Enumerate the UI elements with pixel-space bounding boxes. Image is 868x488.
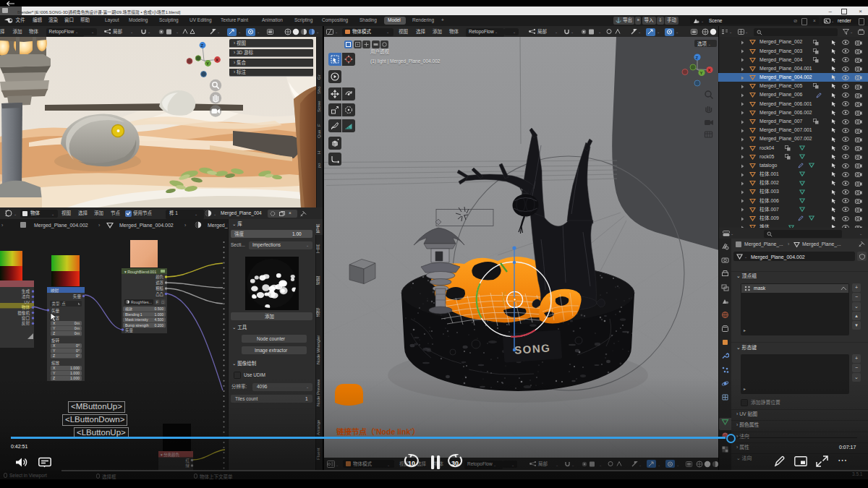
svg-text:X: X [53, 343, 56, 348]
svg-text:4.500: 4.500 [154, 317, 163, 322]
svg-text:生成: 生成 [22, 288, 30, 294]
svg-text:遮罩: 遮罩 [156, 280, 163, 286]
svg-text:1.000: 1.000 [70, 376, 80, 380]
svg-text:绿: 绿 [186, 463, 190, 468]
svg-text:UV: UV [24, 300, 30, 304]
svg-text:X: X [707, 68, 710, 72]
svg-text:Y: Y [699, 71, 702, 75]
svg-text:0m: 0m [75, 331, 80, 335]
svg-text:X: X [53, 321, 56, 325]
svg-text:Z: Z [53, 331, 55, 335]
svg-text:10: 10 [408, 460, 415, 467]
svg-text:F: F [156, 300, 158, 304]
svg-text:红: 红 [186, 458, 190, 463]
svg-text:Mask intensity: Mask intensity [125, 317, 148, 322]
svg-text:30: 30 [451, 460, 459, 467]
svg-text:映射: 映射 [51, 288, 59, 294]
svg-text:Blending 1: Blending 1 [125, 312, 142, 317]
svg-text:矢量: 矢量 [125, 328, 133, 333]
svg-text:物体: 物体 [22, 304, 30, 310]
svg-text:0°: 0° [76, 348, 80, 353]
svg-text:RoughNes...: RoughNes... [131, 300, 152, 304]
svg-text:旋转: 旋转 [51, 338, 60, 343]
svg-text:Y: Y [206, 61, 209, 66]
svg-text:1.000: 1.000 [70, 371, 80, 375]
svg-text:Z: Z [695, 55, 698, 59]
svg-text:Z: Z [53, 376, 55, 380]
svg-text:反射: 反射 [22, 320, 30, 326]
svg-text:Z: Z [53, 354, 55, 358]
svg-text:0.500: 0.500 [154, 307, 163, 311]
svg-text:SONG: SONG [514, 341, 551, 356]
svg-text:X: X [53, 366, 56, 370]
svg-text:Y: Y [53, 348, 56, 353]
svg-text:X: X [216, 58, 218, 62]
svg-text:0m: 0m [75, 326, 80, 330]
svg-text:类型: 点: 类型: 点 [52, 301, 67, 307]
svg-text:缩放: 缩放 [125, 307, 132, 312]
svg-text:凸凸: 凸凸 [156, 292, 163, 297]
svg-text:▾ RoughBlend.001: ▾ RoughBlend.001 [124, 270, 156, 274]
svg-text:1.000: 1.000 [70, 366, 80, 370]
svg-text:矢量: 矢量 [51, 308, 60, 314]
svg-text:0°: 0° [76, 354, 80, 358]
svg-text:窗口: 窗口 [22, 315, 30, 321]
svg-text:0°: 0° [76, 343, 80, 348]
svg-text:1.000: 1.000 [154, 312, 163, 317]
svg-text:Y: Y [53, 326, 56, 330]
svg-text:0m: 0m [75, 321, 80, 325]
svg-text:Bump strength: Bump strength [125, 323, 149, 328]
svg-text:颜色: 颜色 [156, 274, 163, 280]
svg-text:▾ 分离颜色: ▾ 分离颜色 [161, 452, 179, 458]
svg-text:缩放: 缩放 [51, 360, 60, 366]
svg-text:矢量: 矢量 [73, 294, 82, 299]
svg-text:摄像机: 摄像机 [17, 310, 30, 316]
svg-text:Y: Y [53, 371, 56, 375]
svg-text:0.200: 0.200 [154, 323, 163, 328]
svg-text:粗糙: 粗糙 [156, 286, 163, 291]
svg-text:法向: 法向 [22, 294, 30, 299]
svg-text:Z: Z [200, 43, 203, 48]
